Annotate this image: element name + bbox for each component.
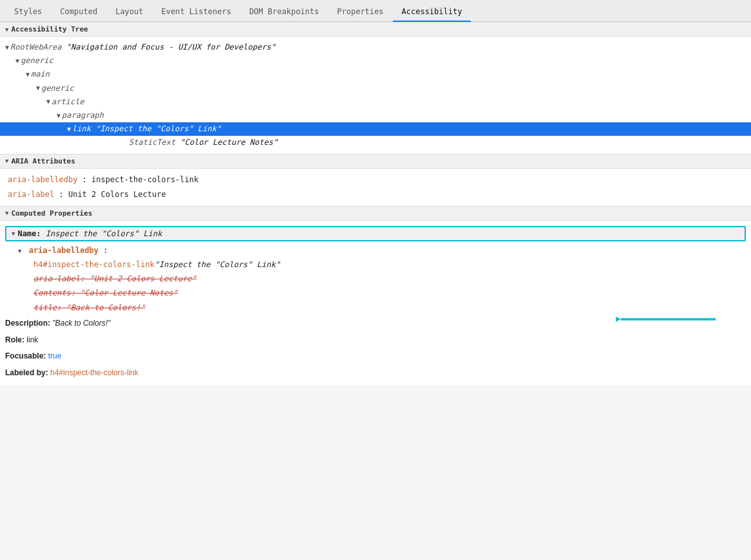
tab-styles[interactable]: Styles [5,3,51,22]
computed-plain-labeled-by: Labeled by: h4#inspect-the-colors-link [0,365,751,382]
tree-row-generic1[interactable]: ▼ generic [0,54,751,68]
toggle-link: ▼ [67,124,71,135]
strikethrough-contents: Contents: "Color Lecture Notes" [33,286,746,301]
strikethrough-items: aria-label: "Unit 2 Colors Lecture" Cont… [0,272,751,315]
toggle-article: ▼ [46,97,50,107]
sub-toggle-labelledby: ▼ [18,248,21,254]
tab-layout[interactable]: Layout [106,3,152,22]
computed-collapse-triangle: ▼ [5,210,8,216]
computed-name-row[interactable]: ▼ Name: Inspect the "Colors" Link [5,226,746,241]
tree-row-article[interactable]: ▼ article [0,95,751,109]
toggle-main: ▼ [26,70,30,80]
tree-row-main[interactable]: ▼ main [0,68,751,81]
attr-name-label: aria-label [8,190,54,199]
toggle-root: ▼ [5,42,9,53]
attr-row-labelledby: aria-labelledby : inspect-the-colors-lin… [8,173,743,187]
tab-bar: Styles Computed Layout Event Listeners D… [0,0,751,22]
aria-collapse-triangle: ▼ [5,158,8,164]
accessibility-tree: ▼ RootWebArea "Navigation and Focus - UI… [0,37,751,154]
tree-row-root[interactable]: ▼ RootWebArea "Navigation and Focus - UI… [0,41,751,54]
attr-value-labelledby: inspect-the-colors-link [91,175,198,184]
toggle-generic1: ▼ [15,56,19,66]
accessibility-tree-header[interactable]: ▼ Accessibility Tree [0,22,751,37]
sub-key-labelledby: aria-labelledby [29,246,99,255]
computed-properties-label: Computed Properties [11,209,92,218]
tab-computed[interactable]: Computed [51,3,106,22]
arrow-svg [616,309,719,330]
ref-text: "Inspect the "Colors" Link" [155,260,280,269]
computed-name-toggle: ▼ [12,230,15,237]
tab-dom-breakpoints[interactable]: DOM Breakpoints [240,3,328,22]
computed-name-value: Inspect the "Colors" Link [46,229,162,238]
attr-value-label: Unit 2 Colors Lecture [68,190,166,199]
teal-arrow-annotation [616,309,719,330]
tab-event-listeners[interactable]: Event Listeners [153,3,240,22]
computed-sub-ref: h4#inspect-the-colors-link"Inspect the "… [0,258,751,271]
toggle-paragraph: ▼ [57,111,61,121]
tab-accessibility[interactable]: Accessibility [393,3,471,22]
tab-properties[interactable]: Properties [328,3,392,22]
ref-element: h4#inspect-the-colors-link [33,260,155,269]
toggle-generic2: ▼ [36,83,40,93]
computed-name-key: Name: [17,229,41,238]
tree-row-static-text[interactable]: StaticText "Color Lecture Notes" [0,136,751,149]
attr-row-label: aria-label : Unit 2 Colors Lecture [8,187,743,202]
computed-plain-focusable: Focusable: true [0,348,751,365]
aria-attributes-area: aria-labelledby : inspect-the-colors-lin… [0,169,751,206]
strikethrough-aria-label: aria-label: "Unit 2 Colors Lecture" [33,272,746,286]
accessibility-tree-label: Accessibility Tree [11,25,88,33]
computed-properties-header[interactable]: ▼ Computed Properties [0,206,751,221]
computed-sub-labelledby: ▼ aria-labelledby : [0,243,751,258]
computed-plain-role: Role: link [0,332,751,349]
aria-attributes-label: ARIA Attributes [11,157,75,165]
collapse-triangle: ▼ [5,26,8,33]
attr-name-labelledby: aria-labelledby [8,175,77,184]
tree-row-link-selected[interactable]: ▼ link "Inspect the "Colors" Link" [0,122,751,136]
computed-area: ▼ Name: Inspect the "Colors" Link ▼ aria… [0,221,751,386]
tree-row-generic2[interactable]: ▼ generic [0,82,751,95]
tree-row-paragraph[interactable]: ▼ paragraph [0,109,751,122]
aria-attributes-header[interactable]: ▼ ARIA Attributes [0,154,751,169]
